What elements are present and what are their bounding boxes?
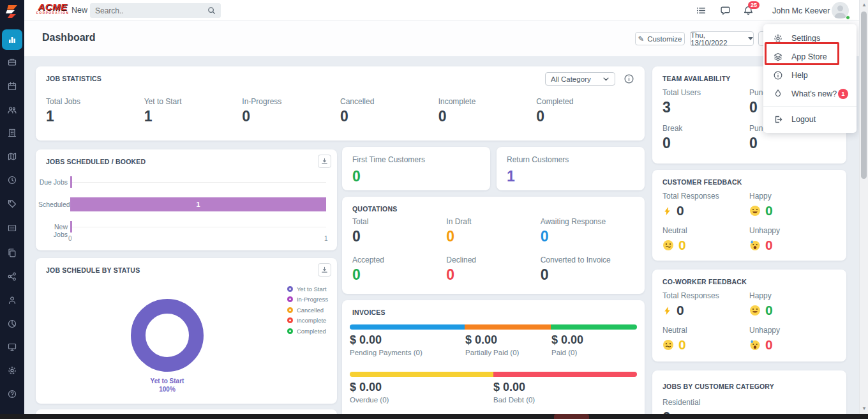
stat-quotes-awaiting: Awaiting Response0 [541, 217, 634, 245]
invoice-stat-partially-paid: $ 0.00Partially Paid (0) [465, 333, 519, 356]
panel-title: QUOTATIONS [352, 205, 397, 213]
whats-new-badge: 1 [838, 89, 848, 99]
legend-item[interactable]: Completed [287, 326, 328, 337]
tag-icon [7, 199, 17, 209]
pencil-icon: ✎ [638, 34, 645, 43]
menu-label: Settings [791, 34, 820, 43]
legend-item[interactable]: Cancelled [287, 305, 328, 316]
sidebar-item-integrations[interactable] [0, 267, 24, 286]
stat-yet-to-start: Yet to Start1 [144, 97, 243, 125]
search-box [90, 3, 221, 18]
sidebar-item-reports[interactable] [0, 314, 24, 333]
segment-paid [551, 324, 637, 330]
stat-in-progress: In-Progress0 [242, 97, 340, 125]
stat-quotes-converted: Converted to Invoice0 [541, 255, 634, 284]
stat-neutral: Neutral0 [662, 226, 749, 253]
download-chart-button[interactable] [318, 263, 331, 277]
invoice-stat-paid: $ 0.00Paid (0) [551, 333, 583, 356]
panel-title: TEAM AVAILABILITY [662, 75, 730, 82]
app-logo-icon[interactable] [3, 4, 21, 22]
page-header: Dashboard ✎Customize Thu, 13/10/2022 [24, 21, 868, 56]
legend-item[interactable]: Yet to Start [287, 284, 328, 294]
new-label: New [71, 6, 87, 15]
zero-bar-new-jobs [70, 221, 72, 232]
donut-chart[interactable] [131, 299, 204, 372]
bar-category-label: Due Jobs [38, 178, 68, 186]
stat-incomplete: Incomplete0 [438, 97, 537, 125]
activity-list-icon[interactable] [696, 5, 707, 19]
company-logo-subtext: CORPORATION [35, 11, 70, 15]
menu-item-logout[interactable]: Logout [763, 110, 857, 128]
segment-pending [350, 324, 465, 330]
search-icon[interactable] [207, 6, 216, 18]
chevron-down-icon [748, 37, 753, 40]
menu-item-app-store[interactable]: App Store [763, 47, 857, 66]
sidebar-item-properties[interactable] [0, 123, 24, 142]
scroll-up-arrow[interactable]: ▲ [860, 2, 868, 8]
stat-quotes-total: Total0 [352, 217, 446, 245]
sidebar-item-settings[interactable] [0, 361, 24, 380]
sidebar-item-jobs[interactable] [0, 52, 24, 72]
flame-icon [773, 89, 783, 99]
panel-title: INVOICES [352, 309, 385, 316]
bar-category-label: Scheduled [38, 201, 68, 208]
search-input[interactable] [90, 3, 205, 18]
legend-dot [287, 317, 293, 323]
menu-item-whats-new[interactable]: What's new?1 [763, 84, 857, 103]
chat-icon[interactable] [720, 5, 731, 19]
sidebar-item-quotations[interactable] [0, 194, 24, 213]
customize-button[interactable]: ✎Customize [635, 32, 685, 45]
menu-item-help[interactable]: Help [763, 66, 857, 84]
sidebar-item-schedule[interactable] [0, 77, 24, 96]
sidebar-item-invoices[interactable] [0, 218, 24, 238]
legend-item[interactable]: In-Progress [287, 294, 328, 305]
date-selector[interactable]: Thu, 13/10/2022 [690, 31, 754, 46]
sidebar-item-dashboard[interactable] [2, 29, 22, 50]
sidebar-item-customers[interactable] [0, 100, 24, 119]
sidebar-item-map[interactable] [0, 147, 24, 166]
stat-completed: Completed0 [536, 97, 634, 125]
scheduled-bar[interactable]: 1 [70, 197, 326, 211]
sidebar-item-timesheets[interactable] [0, 171, 24, 190]
stat-happy: Happy0 [749, 291, 836, 318]
jobs-by-category-panel: JOBS BY CUSTOMER CATEGORY Residential 0 [652, 370, 846, 419]
info-icon[interactable] [624, 73, 634, 87]
panel-title: JOB SCHEDULE BY STATUS [46, 266, 140, 274]
stat-total-responses: Total Responses0 [662, 192, 749, 218]
map-icon [7, 151, 17, 162]
download-chart-button[interactable] [318, 155, 331, 168]
sidebar [0, 0, 24, 419]
legend-item[interactable]: Incomplete [287, 316, 328, 326]
invoices-panel: INVOICES $ 0.00Pending Payments (0) $ 0.… [342, 300, 645, 419]
vertical-scrollbar[interactable]: ▲ ▼ [859, 0, 868, 419]
sidebar-item-documents[interactable] [0, 243, 24, 263]
user-name: John Mc Keever [772, 6, 830, 15]
stat-total-responses: Total Responses0 [662, 291, 749, 318]
recording-indicator-fragment [554, 414, 589, 419]
scroll-down-arrow[interactable]: ▼ [860, 406, 868, 411]
user-menu-trigger[interactable]: John Mc Keever [772, 6, 837, 15]
clock-icon [7, 175, 17, 185]
top-bar: ACME CORPORATION New 25 John Mc Keever [24, 0, 868, 21]
category-filter-select[interactable]: All Category [545, 72, 615, 86]
profile-dropdown-menu: Settings App Store Help What's new?1 Log… [763, 24, 857, 133]
download-icon [320, 266, 329, 274]
stat-value: 1 [507, 168, 515, 185]
company-logo[interactable]: ACME CORPORATION [35, 2, 70, 15]
layers-icon [773, 52, 783, 62]
lightning-icon [662, 206, 672, 217]
gear-icon [773, 33, 783, 43]
menu-divider [763, 106, 857, 107]
calendar-icon [7, 81, 17, 91]
menu-item-settings[interactable]: Settings [763, 29, 857, 47]
donut-caption: Yet to Start100% [116, 377, 218, 393]
stat-total-users: Total Users3 [662, 88, 749, 116]
building-icon [7, 128, 17, 138]
sidebar-item-display[interactable] [0, 337, 24, 356]
job-schedule-status-panel: JOB SCHEDULE BY STATUS Yet to Start100% … [36, 258, 337, 404]
sidebar-item-help[interactable] [0, 385, 24, 404]
sidebar-item-users-admin[interactable] [0, 291, 24, 310]
scrollbar-thumb[interactable] [861, 11, 867, 179]
stat-break: Break0 [662, 124, 749, 152]
briefcase-icon [7, 57, 17, 67]
